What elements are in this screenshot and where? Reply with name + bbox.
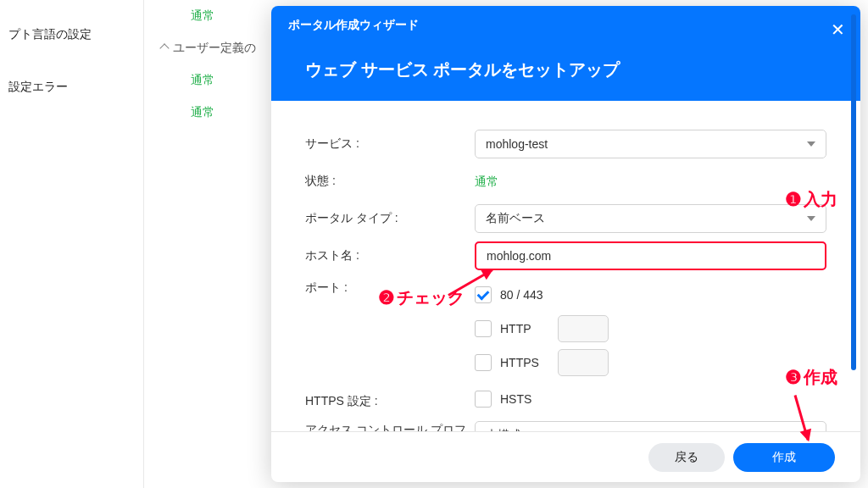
http-port-input[interactable] [558,315,609,342]
modal-header: ポータル作成ウィザード ✕ ウェブ サービス ポータルをセットアップ [271,6,860,101]
sidebar-item-config-error[interactable]: 設定エラー [0,69,143,105]
chevron-down-icon [807,141,815,147]
sidebar-left: プト言語の設定 設定エラー [0,0,144,488]
close-icon[interactable]: ✕ [831,19,845,40]
sidebar-mid: 通常 ユーザー定義の 通常 通常 [144,0,288,488]
status-value: 通常 [475,175,498,188]
select-access-profile-value: 未構成 [486,428,521,431]
sidebar-mid-header-label: ユーザー定義の [173,41,256,56]
annotation-1: ❶ 入力 [784,188,837,211]
portal-wizard-modal: ポータル作成ウィザード ✕ ウェブ サービス ポータルをセットアップ サービス … [271,6,860,482]
checkbox-hsts[interactable] [475,391,492,408]
label-status: 状態 : [305,174,475,189]
select-service[interactable]: mohlog-test [475,130,826,158]
annotation-3-label: 作成 [804,366,837,389]
checkbox-https[interactable] [475,354,492,371]
select-portal-type[interactable]: 名前ベース [475,204,826,233]
sidebar-mid-item-2[interactable]: 通常 [144,64,288,97]
modal-footer: 戻る 作成 [271,431,860,482]
label-access-profile: アクセス コントロール プロフ ァイル : [305,421,475,431]
modal-subtitle: ウェブ サービス ポータルをセットアップ [305,58,620,81]
annotation-2: ❷ チェック [377,286,465,309]
annotation-3: ❸ 作成 [784,366,837,389]
checkbox-http[interactable] [475,320,492,337]
annotation-2-label: チェック [397,286,465,309]
back-button[interactable]: 戻る [648,443,725,472]
annotation-3-num: ❸ [784,369,803,387]
chevron-up-icon [159,43,169,53]
modal-scrollbar[interactable] [851,14,856,472]
https-port-input[interactable] [558,349,609,376]
sidebar-item-script-lang[interactable]: プト言語の設定 [0,17,143,53]
sidebar-mid-header-user-defined[interactable]: ユーザー定義の [144,32,288,64]
modal-body: サービス : mohlog-test 状態 : 通常 ポータル タイプ : 名前… [271,101,860,431]
checkbox-https-label: HTTPS [500,356,549,369]
label-portal-type: ポータル タイプ : [305,211,475,226]
checkbox-80-443-label: 80 / 443 [500,288,549,302]
chevron-down-icon [807,216,815,221]
annotation-2-num: ❷ [377,289,396,308]
modal-title: ポータル作成ウィザード [288,18,419,33]
sidebar-mid-item-1[interactable]: 通常 [144,0,288,32]
select-access-profile[interactable]: 未構成 [475,421,826,431]
annotation-1-label: 入力 [804,188,837,211]
scrollbar-thumb[interactable] [851,14,856,370]
annotation-1-num: ❶ [784,191,803,209]
label-https-settings: HTTPS 設定 : [305,394,475,409]
checkbox-http-label: HTTP [500,322,549,336]
sidebar-mid-item-3[interactable]: 通常 [144,97,288,129]
checkbox-hsts-label: HSTS [500,392,549,406]
select-service-value: mohlog-test [486,137,548,151]
create-button[interactable]: 作成 [733,443,835,472]
checkbox-80-443[interactable] [475,286,492,303]
hostname-input[interactable] [475,241,826,270]
select-portal-type-value: 名前ベース [486,211,545,226]
label-hostname: ホスト名 : [305,248,475,263]
label-service: サービス : [305,136,475,152]
